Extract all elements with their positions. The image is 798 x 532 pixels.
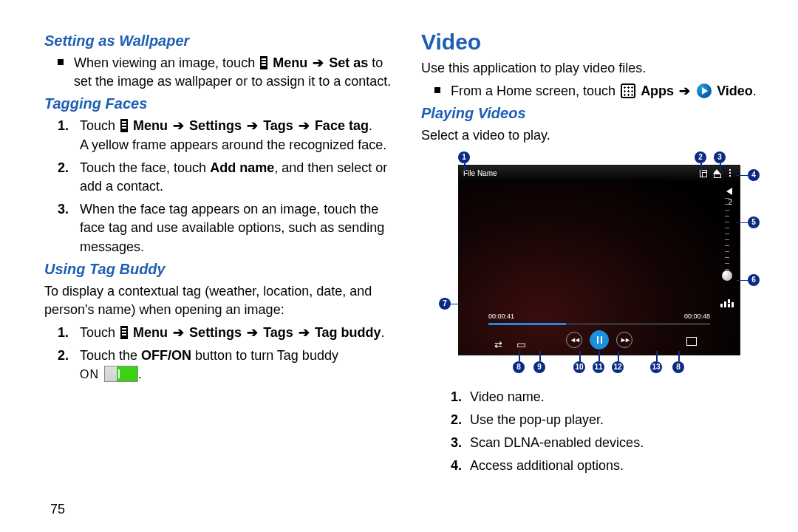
square-bullet-icon [434,87,440,93]
callout-12: 12 [612,361,624,373]
arrow-right-icon: ➔ [299,118,310,133]
wallpaper-bullet: When viewing an image, touch Menu ➔ Set … [44,54,399,91]
volume-knob [722,270,732,281]
on-off-switch-icon [104,366,138,382]
callout-5: 5 [748,216,760,228]
callout-10: 10 [573,361,585,373]
arrow-right-icon: ➔ [247,325,258,340]
tag-buddy-intro: To display a contextual tag (weather, lo… [44,282,399,319]
callout-8: 8 [513,361,525,373]
next-button-icon [616,332,632,348]
speaker-icon [726,188,732,195]
previous-button-icon [566,332,582,348]
text: Add name [210,160,274,175]
step-number: 2. [58,347,80,383]
text: Touch the [80,348,137,363]
callout-legend: 1.Video name. 2.Use the pop-up player. 3… [421,388,776,476]
volume-slider: 2 [720,188,732,291]
text: Settings [189,325,242,340]
page-number: 75 [50,502,65,517]
text: Menu [133,118,168,133]
text: OFF/ON [141,348,191,363]
arrow-right-icon: ➔ [313,55,324,70]
callout-9: 9 [533,361,545,373]
text: Touch the face, touch [80,160,206,175]
pause-button-icon [590,330,609,349]
callout-3: 3 [714,151,726,163]
shuffle-icon [494,339,502,350]
legend-item: 1.Video name. [421,388,776,406]
text: Face tag [315,118,369,133]
time-total: 00:00:48 [684,313,710,320]
arrow-right-icon: ➔ [173,118,184,133]
text: button to turn Tag buddy [195,348,338,363]
video-player-screenshot: File Name 2 00:00:41 00:00:48 [458,165,740,355]
step-2: 2. Touch the face, touch Add name, and t… [44,159,399,196]
callout-4: 4 [748,169,760,181]
playing-intro: Select a video to play. [421,126,776,145]
square-bullet-icon [58,59,64,65]
callout-8-right: 8 [672,361,684,373]
text: When viewing an image, touch [74,55,255,70]
text: Use the pop-up player. [470,411,604,429]
time-elapsed: 00:00:41 [488,313,514,320]
callout-7: 7 [439,298,451,310]
thumbnail-icon [516,338,526,350]
callout-6: 6 [748,274,760,286]
text: Scan DLNA-enabled devices. [470,434,644,452]
legend-item: 4.Access additional options. [421,457,776,475]
step-number: 1. [58,117,80,154]
buddy-step-1: 1. Touch Menu ➔ Settings ➔ Tags ➔ Tag bu… [44,324,399,342]
player-titlebar: File Name [459,166,740,182]
right-column: Video Use this application to play video… [421,30,776,480]
text: From a Home screen, touch [451,83,615,98]
seek-bar: 00:00:41 00:00:48 [488,323,710,325]
text: Access additional options. [470,457,624,475]
callout-11: 11 [593,361,604,373]
legend-item: 2.Use the pop-up player. [421,411,776,429]
heading-video: Video [421,30,776,55]
text: A yellow frame appears around the recogn… [80,136,386,154]
equalizer-icon [720,297,734,307]
menu-icon [260,56,267,69]
text: Menu [273,55,307,70]
aspect-ratio-icon [686,337,697,346]
on-label: ON [80,368,99,381]
heading-tag-buddy: Using Tag Buddy [44,261,399,278]
text: Touch [80,118,115,133]
arrow-right-icon: ➔ [299,325,310,340]
step-1: 1. Touch Menu ➔ Settings ➔ Tags ➔ Face t… [44,117,399,154]
more-options-icon [725,168,735,179]
menu-icon [120,326,128,339]
text: Video [717,83,753,98]
arrow-right-icon: ➔ [679,83,690,98]
text: Tag buddy [315,325,381,340]
text: When the face tag appears on an image, t… [80,200,399,256]
volume-ticks [725,198,729,279]
text: Set as [329,55,368,70]
step-number: 1. [58,324,80,342]
callout-1: 1 [458,151,470,163]
arrow-right-icon: ➔ [247,118,258,133]
callout-13: 13 [650,361,662,373]
callout-2: 2 [695,151,706,163]
text: Apps [641,83,674,98]
text: Tags [263,325,293,340]
text: Video name. [470,388,545,406]
apps-grid-icon [621,83,635,98]
step-number: 2. [58,159,80,196]
text: Touch [80,325,115,340]
heading-tagging-faces: Tagging Faces [44,95,399,112]
video-player-diagram: File Name 2 00:00:41 00:00:48 [436,153,761,375]
text: Menu [133,325,168,340]
menu-icon [120,119,128,132]
text: Tags [263,118,293,133]
step-number: 3. [58,200,80,256]
video-launch-bullet: From a Home screen, touch Apps ➔ Video. [421,82,776,100]
step-3: 3. When the face tag appears on an image… [44,200,399,256]
left-column: Setting as Wallpaper When viewing an ima… [44,30,399,480]
file-name-label: File Name [463,169,497,177]
video-intro: Use this application to play video files… [421,59,776,78]
heading-playing-videos: Playing Videos [421,105,776,122]
video-app-icon [697,83,712,98]
